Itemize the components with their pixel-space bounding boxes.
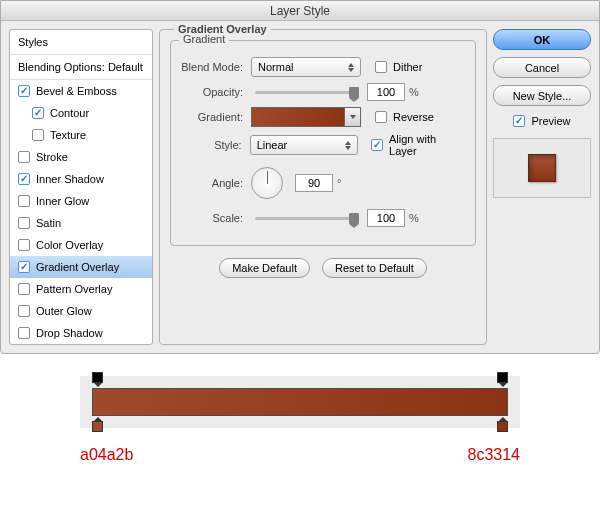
style-checkbox[interactable] <box>18 283 30 295</box>
sidebar-item-drop-shadow[interactable]: Drop Shadow <box>10 322 152 344</box>
sidebar-item-label: Contour <box>50 107 89 119</box>
style-checkbox[interactable] <box>32 107 44 119</box>
style-checkbox[interactable] <box>32 129 44 141</box>
sidebar-item-outer-glow[interactable]: Outer Glow <box>10 300 152 322</box>
updown-icon <box>348 63 354 72</box>
styles-header[interactable]: Styles <box>10 30 152 55</box>
window-title: Layer Style <box>1 1 599 21</box>
ok-button[interactable]: OK <box>493 29 591 50</box>
style-checkbox[interactable] <box>18 327 30 339</box>
style-checkbox[interactable] <box>18 217 30 229</box>
hex-labels: a04a2b 8c3314 <box>0 434 600 472</box>
sidebar-item-label: Color Overlay <box>36 239 103 251</box>
angle-dial[interactable] <box>251 167 283 199</box>
preview-swatch-box <box>493 138 591 198</box>
layer-style-dialog: Layer Style Styles Blending Options: Def… <box>0 0 600 354</box>
align-label: Align with Layer <box>389 133 465 157</box>
reverse-checkbox[interactable] <box>375 111 387 123</box>
sidebar-item-pattern-overlay[interactable]: Pattern Overlay <box>10 278 152 300</box>
sidebar-item-label: Satin <box>36 217 61 229</box>
style-checkbox[interactable] <box>18 151 30 163</box>
updown-icon <box>345 141 351 150</box>
color-stop-left[interactable] <box>92 421 103 432</box>
gradient-preview[interactable] <box>251 107 345 127</box>
styles-sidebar: Styles Blending Options: Default Bevel &… <box>9 29 153 345</box>
hex-right: 8c3314 <box>468 446 521 464</box>
hex-left: a04a2b <box>80 446 133 464</box>
sidebar-item-color-overlay[interactable]: Color Overlay <box>10 234 152 256</box>
reset-default-button[interactable]: Reset to Default <box>322 258 427 278</box>
dither-label: Dither <box>393 61 422 73</box>
cancel-button[interactable]: Cancel <box>493 57 591 78</box>
dither-checkbox[interactable] <box>375 61 387 73</box>
color-stop-right[interactable] <box>497 421 508 432</box>
gradient-bar[interactable] <box>92 388 508 416</box>
style-checkbox[interactable] <box>18 261 30 273</box>
gradient-label: Gradient: <box>181 111 251 123</box>
style-label: Style: <box>181 139 250 151</box>
sidebar-item-stroke[interactable]: Stroke <box>10 146 152 168</box>
right-column: OK Cancel New Style... Preview <box>493 29 591 345</box>
opacity-stop-left[interactable] <box>92 372 103 383</box>
blend-mode-label: Blend Mode: <box>181 61 251 73</box>
inner-title: Gradient <box>179 33 229 45</box>
new-style-button[interactable]: New Style... <box>493 85 591 106</box>
scale-label: Scale: <box>181 212 251 224</box>
dialog-body: Styles Blending Options: Default Bevel &… <box>1 21 599 353</box>
sidebar-item-label: Gradient Overlay <box>36 261 119 273</box>
style-checkbox[interactable] <box>18 85 30 97</box>
deg-label: ° <box>337 177 341 189</box>
gradient-dropdown[interactable] <box>345 107 361 127</box>
gradient-editor <box>80 376 520 428</box>
sidebar-item-texture[interactable]: Texture <box>10 124 152 146</box>
align-checkbox[interactable] <box>371 139 383 151</box>
opacity-stop-right[interactable] <box>497 372 508 383</box>
style-select[interactable]: Linear <box>250 135 358 155</box>
sidebar-item-label: Texture <box>50 129 86 141</box>
reverse-label: Reverse <box>393 111 434 123</box>
preview-checkbox[interactable] <box>513 115 525 127</box>
scale-input[interactable]: 100 <box>367 209 405 227</box>
sidebar-item-label: Pattern Overlay <box>36 283 112 295</box>
sidebar-item-inner-glow[interactable]: Inner Glow <box>10 190 152 212</box>
gradient-overlay-group: Gradient Overlay Gradient Blend Mode: No… <box>159 29 487 345</box>
pct-label: % <box>409 212 419 224</box>
sidebar-item-label: Outer Glow <box>36 305 92 317</box>
blend-mode-select[interactable]: Normal <box>251 57 361 77</box>
sidebar-item-satin[interactable]: Satin <box>10 212 152 234</box>
opacity-input[interactable]: 100 <box>367 83 405 101</box>
sidebar-item-label: Stroke <box>36 151 68 163</box>
blend-mode-value: Normal <box>258 61 293 73</box>
settings-panel: Gradient Overlay Gradient Blend Mode: No… <box>159 29 591 345</box>
preview-swatch <box>528 154 556 182</box>
sidebar-item-label: Drop Shadow <box>36 327 103 339</box>
sidebar-item-label: Inner Shadow <box>36 173 104 185</box>
sidebar-item-gradient-overlay[interactable]: Gradient Overlay <box>10 256 152 278</box>
opacity-slider[interactable] <box>251 86 361 98</box>
pct-label: % <box>409 86 419 98</box>
angle-label: Angle: <box>181 177 251 189</box>
gradient-editor-area <box>0 354 600 434</box>
blending-options[interactable]: Blending Options: Default <box>10 55 152 80</box>
style-checkbox[interactable] <box>18 239 30 251</box>
chevron-down-icon <box>350 115 356 119</box>
sidebar-item-bevel-emboss[interactable]: Bevel & Emboss <box>10 80 152 102</box>
sidebar-item-inner-shadow[interactable]: Inner Shadow <box>10 168 152 190</box>
style-value: Linear <box>257 139 288 151</box>
style-checkbox[interactable] <box>18 173 30 185</box>
preview-label: Preview <box>531 115 570 127</box>
angle-input[interactable]: 90 <box>295 174 333 192</box>
scale-slider[interactable] <box>251 212 361 224</box>
make-default-button[interactable]: Make Default <box>219 258 310 278</box>
gradient-group: Gradient Blend Mode: Normal Dither Opaci… <box>170 40 476 246</box>
sidebar-item-label: Inner Glow <box>36 195 89 207</box>
sidebar-item-label: Bevel & Emboss <box>36 85 117 97</box>
style-checkbox[interactable] <box>18 305 30 317</box>
opacity-label: Opacity: <box>181 86 251 98</box>
style-checkbox[interactable] <box>18 195 30 207</box>
sidebar-item-contour[interactable]: Contour <box>10 102 152 124</box>
